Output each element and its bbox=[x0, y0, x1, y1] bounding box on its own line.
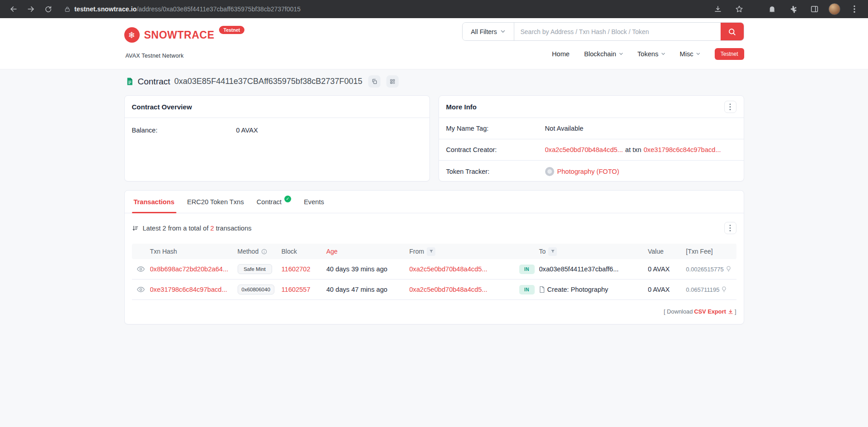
snowtrace-logo-icon: ❄ bbox=[124, 27, 140, 43]
page-title: Contract bbox=[138, 77, 171, 87]
eye-icon[interactable] bbox=[132, 287, 150, 292]
csv-export-link[interactable]: CSV Export bbox=[694, 308, 733, 315]
url-path: /address/0xa03e85f4411e37cbaff635975bf38… bbox=[137, 5, 300, 13]
txn-hash-link[interactable]: 0x8b698ac72bd20b2a64... bbox=[150, 265, 229, 273]
method-badge: 0x60806040 bbox=[238, 285, 274, 294]
col-block: Block bbox=[282, 248, 327, 255]
table-header-row: Txn Hash Method Block Age From bbox=[132, 244, 736, 259]
token-tracker-label: Token Tracker: bbox=[446, 168, 545, 175]
download-prefix: [ Download bbox=[664, 308, 693, 315]
col-age-sort-link[interactable]: Age bbox=[327, 248, 410, 255]
sort-icon bbox=[132, 225, 139, 231]
back-icon[interactable] bbox=[6, 2, 21, 16]
tabs: Transactions ERC20 Token Txns Contract ✓… bbox=[125, 191, 744, 213]
eye-icon[interactable] bbox=[132, 266, 150, 272]
copy-address-button[interactable] bbox=[368, 75, 380, 88]
name-tag-value: Not Available bbox=[545, 125, 584, 132]
creator-txn-link[interactable]: 0xe31798c6c84c97bacd... bbox=[644, 146, 721, 153]
col-method: Method bbox=[238, 248, 282, 255]
age-value: 40 days 39 mins ago bbox=[327, 265, 410, 273]
to-contract-create: Create: Photography bbox=[539, 286, 648, 293]
testnet-network-button[interactable]: Testnet bbox=[715, 48, 744, 60]
balance-value: 0 AVAX bbox=[236, 127, 258, 134]
chevron-down-icon bbox=[661, 53, 665, 55]
to-filter-icon[interactable] bbox=[548, 247, 557, 256]
reload-icon[interactable] bbox=[41, 2, 55, 16]
nav-item-misc[interactable]: Misc bbox=[680, 50, 700, 58]
browser-menu-icon[interactable] bbox=[847, 2, 862, 16]
lock-icon bbox=[64, 6, 70, 12]
side-panel-icon[interactable] bbox=[807, 2, 822, 16]
search-icon bbox=[728, 28, 736, 36]
contract-creator-label: Contract Creator: bbox=[446, 146, 545, 153]
value-cell: 0 AVAX bbox=[648, 286, 686, 293]
tab-transactions[interactable]: Transactions bbox=[127, 191, 181, 213]
transactions-table: Txn Hash Method Block Age From bbox=[132, 244, 736, 300]
extension-ghost-icon[interactable] bbox=[765, 2, 779, 16]
from-filter-icon[interactable] bbox=[427, 247, 435, 256]
creator-connector: at txn bbox=[625, 146, 642, 153]
from-address-link[interactable]: 0xa2c5e0bd70b48a4cd5... bbox=[410, 265, 488, 273]
contract-icon bbox=[125, 77, 134, 86]
download-suffix: ] bbox=[735, 308, 736, 315]
search-bar: All Filters bbox=[462, 22, 744, 41]
block-link[interactable]: 11602702 bbox=[282, 265, 311, 273]
transactions-menu-button[interactable] bbox=[724, 222, 736, 234]
search-button[interactable] bbox=[721, 23, 744, 40]
chevron-down-icon bbox=[619, 53, 623, 55]
table-row: 0xe31798c6c84c97bacd... 0x60806040 11602… bbox=[132, 280, 736, 300]
profile-avatar[interactable] bbox=[829, 3, 840, 15]
nav-item-home[interactable]: Home bbox=[552, 50, 570, 58]
more-info-menu-button[interactable] bbox=[724, 101, 736, 113]
kebab-icon bbox=[729, 103, 731, 110]
qr-code-button[interactable] bbox=[386, 75, 399, 88]
txn-fee-cell: 0.065711195 bbox=[686, 286, 736, 293]
tab-events[interactable]: Events bbox=[297, 191, 331, 213]
extensions-puzzle-icon[interactable] bbox=[786, 2, 800, 16]
copy-icon bbox=[371, 79, 377, 84]
address-bar[interactable]: testnet.snowtrace.io/address/0xa03e85f44… bbox=[64, 5, 301, 13]
token-tracker-link[interactable]: Photography (FOTO) bbox=[557, 168, 619, 175]
from-address-link[interactable]: 0xa2c5e0bd70b48a4cd5... bbox=[410, 286, 488, 293]
creator-address-link[interactable]: 0xa2c5e0bd70b48a4cd5... bbox=[545, 146, 623, 153]
nav-item-tokens[interactable]: Tokens bbox=[638, 50, 665, 58]
page-title-row: Contract 0xa03E85F4411e37CBAff635975bf38… bbox=[124, 75, 744, 88]
info-icon[interactable] bbox=[261, 249, 267, 255]
name-tag-label: My Name Tag: bbox=[446, 125, 545, 132]
token-logo-icon bbox=[545, 167, 554, 176]
browser-chrome: testnet.snowtrace.io/address/0xa03e85f44… bbox=[0, 0, 868, 18]
tab-contract[interactable]: Contract ✓ bbox=[250, 191, 297, 213]
all-filters-select[interactable]: All Filters bbox=[463, 23, 514, 40]
network-label: AVAX Testnet Network bbox=[126, 53, 184, 59]
nav-item-blockchain[interactable]: Blockchain bbox=[584, 50, 623, 58]
forward-icon[interactable] bbox=[24, 2, 38, 16]
snowtrace-logo[interactable]: ❄ SNOWTRACE Testnet bbox=[124, 27, 245, 43]
overview-card-title: Contract Overview bbox=[132, 103, 192, 111]
txn-hash-link[interactable]: 0xe31798c6c84c97bacd... bbox=[150, 286, 227, 293]
summary-suffix: transactions bbox=[214, 225, 252, 232]
transactions-card: Transactions ERC20 Token Txns Contract ✓… bbox=[124, 190, 744, 324]
txn-fee-cell: 0.0026515775 bbox=[686, 266, 736, 273]
contract-creator-row: Contract Creator: 0xa2c5e0bd70b48a4cd5..… bbox=[439, 139, 744, 161]
save-page-icon[interactable] bbox=[711, 2, 725, 16]
summary-count: 2 bbox=[210, 225, 214, 232]
block-link[interactable]: 11602557 bbox=[282, 286, 311, 293]
col-from: From bbox=[410, 247, 519, 256]
gas-bulb-icon bbox=[722, 286, 727, 293]
summary-prefix: Latest 2 from a total of bbox=[143, 225, 210, 232]
token-tracker-row: Token Tracker: Photography (FOTO) bbox=[439, 161, 744, 182]
tab-erc20-token-txns[interactable]: ERC20 Token Txns bbox=[181, 191, 250, 213]
value-cell: 0 AVAX bbox=[648, 265, 686, 273]
bookmark-star-icon[interactable] bbox=[732, 2, 746, 16]
method-badge: Safe Mint bbox=[238, 264, 272, 274]
name-tag-row: My Name Tag: Not Available bbox=[439, 118, 744, 139]
chevron-down-icon bbox=[696, 53, 700, 55]
qr-code-icon bbox=[390, 79, 395, 84]
contract-address: 0xa03E85F4411e37CBAff635975bf38cB2737F00… bbox=[174, 77, 362, 86]
download-icon bbox=[728, 309, 733, 314]
contract-file-icon bbox=[539, 286, 545, 293]
search-input[interactable] bbox=[514, 23, 721, 40]
to-address: 0xa03e85f4411e37cbaff6... bbox=[539, 265, 648, 273]
main-nav: Home Blockchain Tokens Misc Testnet bbox=[552, 48, 744, 60]
url-domain: testnet.snowtrace.io bbox=[74, 5, 137, 13]
